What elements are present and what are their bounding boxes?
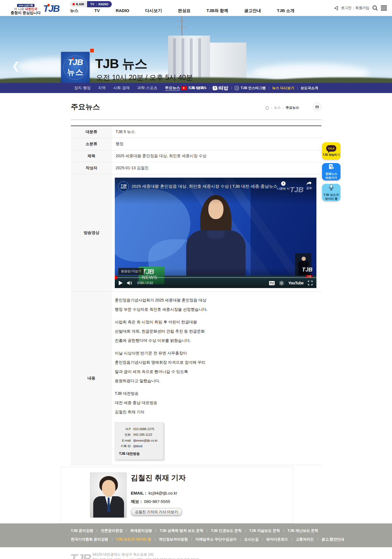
- youtube-icon: [181, 86, 187, 90]
- footer-link[interactable]: TJB 자살보도 준칙: [249, 528, 280, 533]
- nav-item-tv[interactable]: TV: [94, 8, 100, 13]
- youtube-video-player[interactable]: TJB NEWS TJB NEWS 2025 세종대왕 훈민정음 대상, 최민호…: [115, 178, 316, 288]
- nav-item-replay[interactable]: 다시보기: [145, 8, 162, 13]
- youtube-wordmark[interactable]: YouTube: [288, 281, 304, 285]
- footer-link[interactable]: 언론윤리헌장: [101, 528, 123, 533]
- footer-link[interactable]: 개인정보처리방침: [159, 537, 188, 542]
- subnav-science-sports[interactable]: 과학·스포츠: [137, 85, 157, 91]
- slogan-block: 2025 신년기획 더 나은 대한민국 충청이 중심입니다: [11, 2, 41, 15]
- onair-radio-label[interactable]: RADIO: [99, 3, 108, 6]
- dataroom-button[interactable]: TJB 보도국 데이터 룸: [322, 184, 340, 201]
- news-replay-link[interactable]: 뉴스 다시보기: [272, 86, 294, 91]
- footer-link[interactable]: 취재윤리강령: [130, 528, 152, 533]
- subnav-politics[interactable]: 정치·행정: [74, 85, 91, 91]
- volume-button[interactable]: [127, 281, 133, 285]
- onair-live-segment: N AIR: [70, 1, 87, 7]
- onair-divider: [96, 3, 97, 6]
- contact-label: 카톡 ID: [118, 443, 131, 449]
- menu-hamburger-icon[interactable]: [381, 6, 387, 10]
- watch-later-button[interactable]: 나중에 시: [277, 181, 290, 191]
- newsroom-intro-link[interactable]: 보도국소개: [301, 86, 318, 91]
- body-line: 이날 시상식엔 반기문 전 유엔 사무총장이: [115, 349, 321, 358]
- tjb-news-logo-box: TJB 뉴스: [61, 52, 90, 83]
- footer-address: 34125 대전광역시 유성구 엑스포로 131: [92, 552, 199, 557]
- page-title: 주요뉴스: [71, 102, 100, 112]
- subnav-society-economy[interactable]: 사회·경제: [113, 85, 130, 91]
- footer-link[interactable]: 한국기자협회 윤리강령: [71, 537, 108, 542]
- breadcrumb-separator: ›: [271, 106, 272, 110]
- tip-phone-value: 080-987-5555: [144, 499, 170, 504]
- subnav-major-news[interactable]: 주요뉴스: [165, 85, 180, 91]
- email-value[interactable]: kcj94@tjb.co.kr: [149, 491, 178, 495]
- banner-schedule: 오전 10시 20분 / 오후 5시 40분: [96, 73, 193, 82]
- reporter-tip-line: 제보 :080-987-5555: [131, 499, 186, 504]
- body-line: TJB 대전방송: [115, 389, 321, 398]
- banner-prev-arrow[interactable]: ❮: [12, 60, 20, 71]
- footer-link[interactable]: 이메일주소 무단수집금지: [195, 537, 237, 542]
- site-logo[interactable]: 2025 신년기획 더 나은 대한민국 충청이 중심입니다 TJB: [11, 2, 59, 15]
- email-label: EMAIL :: [131, 491, 146, 495]
- body-line: 대전 세종 충남 대표방송: [115, 398, 321, 407]
- nav-item-news[interactable]: 뉴스: [70, 8, 78, 13]
- login-link[interactable]: 로그인: [341, 6, 352, 10]
- table-row-subcategory: 소분류 행정: [71, 138, 321, 150]
- body-line: 응원하겠다고 말했습니다.: [115, 376, 321, 386]
- channel-avatar[interactable]: TJB NEWS: [118, 181, 129, 192]
- footer-link[interactable]: 뷰어다운로드: [266, 537, 288, 542]
- play-button[interactable]: [119, 281, 123, 285]
- body-line: 사업회 측은 최 시장이 취임 후 어린이 한글대왕: [115, 317, 321, 327]
- share-button[interactable]: 공유: [306, 181, 312, 190]
- home-icon[interactable]: [265, 106, 269, 110]
- subnav-region[interactable]: 지역: [98, 85, 106, 91]
- tjb-watermark: TJB: [290, 185, 304, 194]
- nav-item-with-tjb[interactable]: TJB와 함께: [207, 8, 228, 13]
- subnav-social-links: TJB NEWS f티밥 TJB 인스타그램 뉴스 다시보기 보도국소개: [181, 85, 318, 91]
- footer-link[interactable]: 광고,협찬안내: [321, 537, 344, 542]
- kakao-chat-button[interactable]: TALK TJB 채팅하기: [322, 142, 340, 160]
- footer-link[interactable]: TJB 재난보도 준칙: [288, 528, 318, 533]
- footer-link[interactable]: 오시는길: [244, 537, 259, 542]
- signup-link[interactable]: 회원가입: [355, 6, 369, 10]
- table-row-category: 대분류 TJB 5 뉴스: [71, 126, 321, 138]
- tjb-brand-logo[interactable]: TJB: [43, 3, 59, 14]
- facebook-link[interactable]: f티밥: [213, 85, 228, 91]
- body-line: 진흥에 공헌했다며 수상 이유를 밝혔습니다.: [115, 336, 321, 345]
- search-icon[interactable]: [372, 5, 378, 11]
- onair-badge[interactable]: N AIR TV RADIO: [70, 1, 112, 7]
- tip-label: 제보 :: [131, 499, 142, 504]
- nav-item-ads[interactable]: 광고안내: [244, 8, 261, 13]
- video-title[interactable]: 2025 세종대왕 훈민정음 대상, 최민호 세종시장 수상 | TJB 대전·…: [132, 184, 266, 189]
- login-icon: [334, 6, 338, 10]
- all-news-shortcut-button[interactable]: 전체뉴스 바로가기: [322, 163, 340, 180]
- footer-link-dataroom[interactable]: TJB 보도국 데이터 룸: [116, 537, 151, 542]
- youtube-link[interactable]: TJB NEWS: [181, 86, 207, 90]
- print-button[interactable]: [313, 103, 321, 111]
- settings-gear-button[interactable]: [279, 281, 284, 286]
- contact-value: tjbtbob: [133, 443, 143, 449]
- footer-link[interactable]: TJB 인권보도 준칙: [211, 528, 242, 533]
- footer-link[interactable]: TJB 성폭력 범죄 보도 준칙: [160, 528, 203, 533]
- breadcrumb: › 뉴스 › 주요뉴스: [265, 105, 299, 110]
- body-line: 김철진 취재 기자: [115, 407, 321, 417]
- body-line: 훈민정음기념사업회가 2025 세종대왕 훈민정음 대상: [115, 296, 321, 305]
- news-logo-top: TJB: [68, 57, 83, 67]
- footer-link[interactable]: TJB 윤리강령: [71, 528, 93, 533]
- footer-bottom: TJB 34125 대전광역시 유성구 엑스포로 131 TEL.042-281…: [0, 547, 392, 559]
- captions-button[interactable]: [269, 281, 275, 285]
- nav-item-about[interactable]: TJB 소개: [277, 8, 295, 13]
- instagram-link[interactable]: TJB 인스타그램: [235, 86, 266, 91]
- footer-link[interactable]: 고충처리인: [296, 537, 314, 542]
- nav-item-schedule[interactable]: 편성표: [178, 8, 191, 13]
- onair-tv-label[interactable]: TV: [90, 3, 94, 6]
- article-body: 훈민정음기념사업회가 2025 세종대왕 훈민정음 대상 행정 부문 수상자로 …: [112, 292, 321, 465]
- breadcrumb-news[interactable]: 뉴스: [274, 105, 281, 110]
- table-row-video: 방송영상: [71, 174, 321, 292]
- footer-tel: TEL.042-281-1101 뉴스제보 TEL. 080-987-5555 …: [92, 557, 199, 559]
- kakao-talk-icon: TALK: [326, 145, 336, 152]
- more-articles-button[interactable]: 김철진 기자의 기사 더보기: [131, 508, 182, 516]
- slogan-line1-pre: 더 나은: [14, 7, 25, 11]
- fullscreen-button[interactable]: [308, 281, 312, 285]
- tower-crossbar: [178, 21, 186, 22]
- footer-company-info: 34125 대전광역시 유성구 엑스포로 131 TEL.042-281-110…: [92, 552, 199, 559]
- nav-item-radio[interactable]: RADIO: [116, 8, 129, 13]
